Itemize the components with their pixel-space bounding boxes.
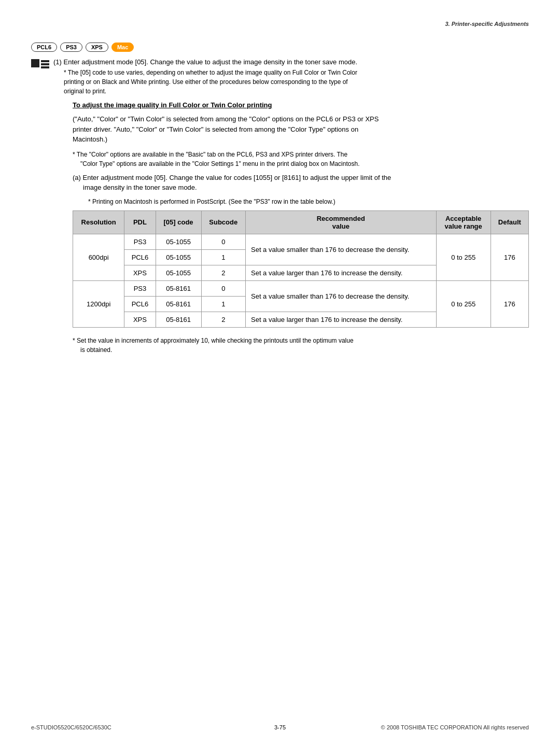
step-1-note2: printing or on Black and White printing.… xyxy=(64,78,529,86)
col-default: Default xyxy=(491,210,528,234)
note-star-line2: "Color Type" options are available in th… xyxy=(80,160,359,167)
cell-xps-2: XPS xyxy=(124,312,156,327)
para-line3: Macintosh.) xyxy=(73,135,107,143)
cell-sub-1b: 1 xyxy=(201,296,245,312)
step-1-note1: * The [05] code to use varies, depending… xyxy=(64,69,529,76)
tag-xps: XPS xyxy=(86,43,108,52)
step-1-note3: original to print. xyxy=(64,88,529,95)
tag-mac: Mac xyxy=(111,43,134,52)
cell-code-6: 05-8161 xyxy=(156,312,201,327)
note-star-line1: * The "Color" options are available in t… xyxy=(73,151,347,158)
subsection-para: ("Auto," "Color" or "Twin Color" is sele… xyxy=(73,114,529,145)
cell-sub-2a: 2 xyxy=(201,265,245,280)
cell-sub-0b: 0 xyxy=(201,280,245,296)
tag-pcl6: PCL6 xyxy=(31,43,57,52)
step-a: (a) Enter adjustment mode [05]. Change t… xyxy=(73,173,529,193)
subsection-title: To adjust the image quality in Full Colo… xyxy=(73,101,529,109)
cell-pcl6-1: PCL6 xyxy=(124,249,156,265)
mac-note: * Printing on Macintosh is performed in … xyxy=(88,198,529,205)
cell-rec-1200-2: Set a value larger than 176 to increase … xyxy=(245,312,436,327)
adjustments-table: Resolution PDL [05] code Subcode Recomme… xyxy=(73,210,529,328)
black-square-icon xyxy=(31,59,39,67)
cell-acc-600: 0 to 255 xyxy=(436,234,491,280)
cell-code-3: 05-1055 xyxy=(156,265,201,280)
step-icons xyxy=(31,59,49,68)
table-note: * Set the value in increments of approxi… xyxy=(73,336,529,355)
step-1-text: (1) Enter adjustment mode [05]. Change t… xyxy=(53,58,529,66)
note-star: * The "Color" options are available in t… xyxy=(73,150,529,168)
table-header-row: Resolution PDL [05] code Subcode Recomme… xyxy=(73,210,529,234)
section-body: To adjust the image quality in Full Colo… xyxy=(73,101,529,355)
col-acceptable: Acceptablevalue range xyxy=(436,210,491,234)
col-subcode: Subcode xyxy=(201,210,245,234)
table-note-line1: * Set the value in increments of approxi… xyxy=(73,337,354,344)
col-resolution: Resolution xyxy=(73,210,124,234)
section-header: 3. Printer-specific Adjustments xyxy=(31,21,529,27)
step-a-line2: image density in the toner save mode. xyxy=(83,184,197,191)
para-line1: ("Auto," "Color" or "Twin Color" is sele… xyxy=(73,115,379,123)
cell-ps3-1: PS3 xyxy=(124,234,156,249)
cell-rec-1200-1: Set a value smaller than 176 to decrease… xyxy=(245,280,436,312)
step-1-content: (1) Enter adjustment mode [05]. Change t… xyxy=(53,58,529,97)
cell-pcl6-2: PCL6 xyxy=(124,296,156,312)
col-pdl: PDL xyxy=(124,210,156,234)
cell-acc-1200: 0 to 255 xyxy=(436,280,491,327)
cell-code-1: 05-1055 xyxy=(156,234,201,249)
cell-code-5: 05-8161 xyxy=(156,296,201,312)
cell-sub-0a: 0 xyxy=(201,234,245,249)
tag-ps3: PS3 xyxy=(60,43,82,52)
table-note-line2: is obtained. xyxy=(80,346,112,354)
cell-rec-600-2: Set a value larger than 176 to increase … xyxy=(245,265,436,280)
bars-icon xyxy=(41,60,49,68)
cell-1200dpi: 1200dpi xyxy=(73,280,124,327)
tag-row: PCL6 PS3 XPS Mac xyxy=(31,43,529,52)
col-code: [05] code xyxy=(156,210,201,234)
col-recommended: Recommendedvalue xyxy=(245,210,436,234)
table-row: 1200dpi PS3 05-8161 0 Set a value smalle… xyxy=(73,280,529,296)
cell-code-2: 05-1055 xyxy=(156,249,201,265)
cell-sub-2b: 2 xyxy=(201,312,245,327)
cell-def-1200: 176 xyxy=(491,280,528,327)
para-line2: printer driver. "Auto," "Color" or "Twin… xyxy=(73,125,358,133)
step-1-row: (1) Enter adjustment mode [05]. Change t… xyxy=(31,58,529,97)
cell-code-4: 05-8161 xyxy=(156,280,201,296)
cell-ps3-2: PS3 xyxy=(124,280,156,296)
cell-600dpi: 600dpi xyxy=(73,234,124,280)
cell-xps-1: XPS xyxy=(124,265,156,280)
page-number: 3-75 xyxy=(0,724,560,730)
table-row: 600dpi PS3 05-1055 0 Set a value smaller… xyxy=(73,234,529,249)
step-a-line1: (a) Enter adjustment mode [05]. Change t… xyxy=(73,174,391,181)
cell-sub-1a: 1 xyxy=(201,249,245,265)
cell-rec-600-1: Set a value smaller than 176 to decrease… xyxy=(245,234,436,265)
table-container: Resolution PDL [05] code Subcode Recomme… xyxy=(73,210,529,328)
cell-def-600: 176 xyxy=(491,234,528,280)
